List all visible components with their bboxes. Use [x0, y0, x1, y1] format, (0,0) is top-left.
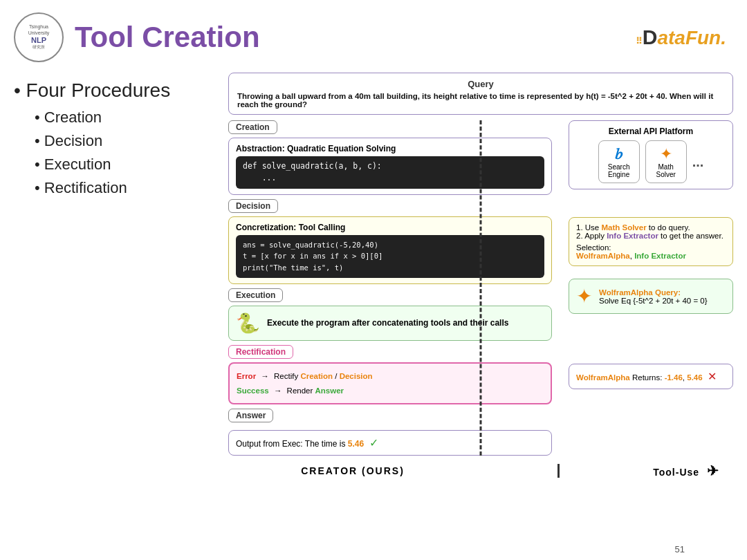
- left-panel: Four Procedures Creation Decision Execut…: [14, 73, 214, 482]
- rectification-label: Rectification: [228, 345, 293, 359]
- answer-value: 5.46: [348, 439, 364, 449]
- code-line-1: def solve_quadratic(a, b, c):: [243, 160, 537, 172]
- creation-label: Creation: [228, 120, 277, 134]
- nlp-badge: NLP: [31, 36, 46, 44]
- page-title: Tool Creation: [75, 21, 260, 54]
- selection-tools: WolframAlpha, Info Extractor: [576, 252, 726, 260]
- error-label: Error: [237, 372, 256, 380]
- api-title: External API Platform: [576, 127, 726, 136]
- rectification-section: Rectification Error → Rectify Creation /…: [228, 345, 552, 404]
- answer-val2: 5.46: [687, 373, 702, 382]
- wolfram-label: WolframAlpha Query:: [599, 288, 681, 297]
- render-text: Render: [287, 386, 315, 395]
- sub-bullet-decision: Decision: [14, 132, 214, 150]
- left-column: Creation Abstraction: Quadratic Equation…: [228, 120, 560, 456]
- wolfram-gear-icon: ✦: [576, 285, 592, 308]
- selection-label: Selection:: [576, 243, 611, 252]
- ellipsis-icon: ...: [692, 154, 704, 170]
- error-arrow: →: [261, 372, 269, 380]
- answer-left-text: Output from Exec: The time is: [236, 439, 346, 449]
- answer-section: Answer Output from Exec: The time is 5.4…: [228, 409, 552, 456]
- bing-icon: 𝑏: [602, 145, 636, 163]
- datafun-logo: ⠿DataFun.: [636, 26, 726, 49]
- decision-code-1: ans = solve_quadratic(-5,20,40): [243, 239, 537, 251]
- footer-divider: [557, 464, 560, 478]
- header-left: TsinghuaUniversity NLP 研究所 Tool Creation: [14, 12, 260, 62]
- python-icon: 🐍: [236, 312, 260, 335]
- main-bullet: Four Procedures: [14, 80, 214, 102]
- decision-right-box: 1. Use Math Solver to do query. 2. Apply…: [569, 217, 733, 266]
- math-solver-label: Math Solver: [649, 163, 683, 178]
- api-platform-box: External API Platform 𝑏 Search Engine ✦ …: [569, 120, 733, 189]
- creation-box: Abstraction: Quadratic Equation Solving …: [228, 138, 552, 195]
- decision-right-line1: 1. Use Math Solver to do query.: [576, 223, 726, 232]
- success-arrow: →: [274, 386, 282, 395]
- execution-label: Execution: [228, 288, 283, 302]
- decision-right-line2: 2. Apply Info Extractor to get the answe…: [576, 232, 726, 240]
- creation-code: def solve_quadratic(a, b, c): ...: [236, 156, 544, 189]
- answer-val1: -1.46: [665, 373, 683, 382]
- answer-right-box: WolframAlpha Returns: -1.46, 5.46 ✕: [569, 364, 733, 389]
- airplane-icon: ✈: [707, 463, 719, 478]
- sub-bullet-creation: Creation: [14, 109, 214, 127]
- tool-use-label: Tool-Use ✈: [653, 463, 719, 479]
- main-content: Four Procedures Creation Decision Execut…: [0, 73, 747, 482]
- wolfram-returns-label: WolframAlpha: [576, 373, 630, 382]
- rectification-box: Error → Rectify Creation / Decision Succ…: [228, 362, 552, 404]
- decision-subtitle: Concretization: Tool Calling: [236, 223, 544, 232]
- decision-code-2: t = [x for x in ans if x > 0][0]: [243, 250, 537, 262]
- wolfram-icon: ✦: [649, 145, 683, 163]
- check-mark: ✓: [369, 437, 378, 449]
- page-number: 51: [675, 544, 685, 554]
- success-label: Success: [237, 386, 269, 395]
- rectification-right-space: [569, 318, 733, 360]
- wolfram-query-text: Solve Eq {-5t^2 + 20t + 40 = 0}: [599, 297, 708, 305]
- creation-subtitle: Abstraction: Quadratic Equation Solving: [236, 144, 544, 153]
- rect-flow: Error → Rectify Creation / Decision Succ…: [237, 369, 544, 398]
- query-text: Throwing a ball upward from a 40m tall b…: [237, 92, 724, 109]
- x-mark: ✕: [708, 371, 717, 382]
- right-column: External API Platform 𝑏 Search Engine ✦ …: [560, 120, 733, 456]
- creation-highlight: Creation: [300, 372, 333, 380]
- creation-section: Creation Abstraction: Quadratic Equation…: [228, 120, 552, 195]
- header: TsinghuaUniversity NLP 研究所 Tool Creation…: [0, 0, 747, 69]
- decision-highlight: Decision: [340, 372, 373, 380]
- sub-bullet-execution: Execution: [14, 156, 214, 174]
- execution-section: Execution 🐍 Execute the program after co…: [228, 288, 552, 341]
- execution-box: 🐍 Execute the program after concatenatin…: [228, 306, 552, 341]
- answer-highlight: Answer: [315, 386, 344, 395]
- decision-label: Decision: [228, 199, 278, 213]
- sub-bullet-rectification: Rectification: [14, 179, 214, 197]
- execution-right-text: WolframAlpha Query: Solve Eq {-5t^2 + 20…: [599, 288, 708, 305]
- decision-code-3: print("The time is", t): [243, 262, 537, 274]
- selection-area: Selection:: [576, 243, 726, 252]
- dashed-divider: [480, 120, 482, 456]
- search-engine-label: Search Engine: [602, 163, 636, 178]
- search-engine-icon-box: 𝑏 Search Engine: [598, 140, 640, 183]
- decision-section: Decision Concretization: Tool Calling an…: [228, 199, 552, 284]
- answer-label: Answer: [228, 409, 273, 422]
- math-solver-icon-box: ✦ Math Solver: [645, 140, 687, 183]
- creator-label: CREATOR (OURS): [242, 465, 463, 476]
- rectify-text: Rectify: [274, 372, 300, 380]
- answer-box: Output from Exec: The time is 5.46 ✓: [228, 430, 552, 456]
- returns-text: Returns:: [632, 373, 662, 382]
- api-icons-row: 𝑏 Search Engine ✦ Math Solver ...: [576, 140, 726, 183]
- decision-box: Concretization: Tool Calling ans = solve…: [228, 216, 552, 284]
- query-label: Query: [237, 79, 724, 89]
- execution-right-box: ✦ WolframAlpha Query: Solve Eq {-5t^2 + …: [569, 279, 733, 314]
- diagram-footer: CREATOR (OURS) Tool-Use ✈: [228, 460, 733, 482]
- university-logo: TsinghuaUniversity NLP 研究所: [14, 12, 64, 62]
- execution-text: Execute the program after concatenating …: [267, 318, 508, 328]
- code-line-2: ...: [243, 172, 537, 184]
- decision-code: ans = solve_quadratic(-5,20,40) t = [x f…: [236, 235, 544, 278]
- procedure-area: Creation Abstraction: Quadratic Equation…: [228, 120, 733, 456]
- diagram: Query Throwing a ball upward from a 40m …: [228, 73, 733, 482]
- query-box: Query Throwing a ball upward from a 40m …: [228, 73, 733, 115]
